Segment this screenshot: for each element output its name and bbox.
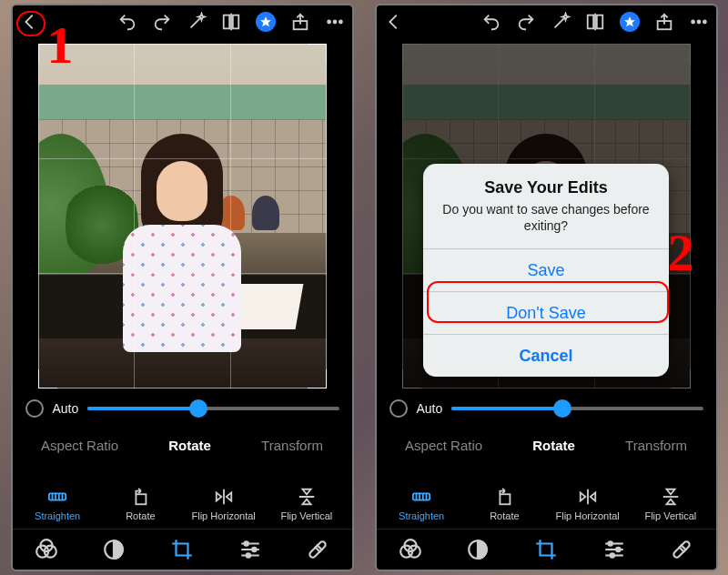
- back-icon[interactable]: [20, 12, 40, 32]
- crop-tool-icon[interactable]: [534, 538, 558, 561]
- tab-aspect-ratio[interactable]: Aspect Ratio: [405, 438, 482, 453]
- presets-icon[interactable]: [35, 538, 58, 561]
- photo-canvas[interactable]: [38, 44, 327, 388]
- tool-label: Straighten: [399, 510, 444, 521]
- svg-point-27: [244, 541, 248, 545]
- back-icon[interactable]: [384, 12, 404, 32]
- tool-straighten[interactable]: Straighten: [385, 487, 458, 521]
- auto-label[interactable]: Auto: [53, 401, 79, 416]
- svg-point-28: [252, 548, 256, 551]
- flip-horizontal-icon: [576, 487, 600, 507]
- svg-marker-15: [216, 492, 221, 500]
- svg-marker-48: [580, 492, 585, 500]
- magic-wand-icon[interactable]: [551, 12, 571, 32]
- share-icon[interactable]: [290, 12, 310, 32]
- auto-label[interactable]: Auto: [417, 401, 443, 416]
- adjust-icon[interactable]: [602, 538, 626, 561]
- tab-aspect-ratio[interactable]: Aspect Ratio: [41, 438, 118, 453]
- svg-rect-1: [232, 15, 238, 29]
- svg-point-38: [692, 21, 694, 24]
- svg-marker-18: [302, 489, 310, 495]
- crop-handle-tl[interactable]: [38, 44, 57, 63]
- cancel-button[interactable]: Cancel: [423, 334, 669, 377]
- tool-label: Flip Vertical: [280, 510, 332, 521]
- heal-icon[interactable]: [670, 538, 693, 561]
- bottom-toolbar: [13, 529, 352, 570]
- straighten-slider-row: Auto: [377, 392, 716, 429]
- svg-point-6: [333, 21, 336, 24]
- tab-rotate[interactable]: Rotate: [532, 438, 575, 453]
- svg-rect-0: [223, 15, 228, 29]
- svg-point-39: [697, 21, 700, 24]
- reset-icon[interactable]: [389, 399, 408, 418]
- save-button[interactable]: Save: [423, 248, 669, 291]
- save-edits-dialog: Save Your Edits Do you want to save chan…: [423, 164, 669, 377]
- heal-icon[interactable]: [306, 538, 329, 561]
- crop-handle-tr[interactable]: [308, 44, 327, 63]
- top-toolbar: [377, 5, 716, 38]
- tool-label: Flip Horizontal: [555, 510, 619, 521]
- svg-point-61: [616, 548, 620, 551]
- tool-row: Straighten Rotate Flip Horizontal Flip V…: [377, 461, 716, 529]
- tab-rotate[interactable]: Rotate: [168, 438, 211, 453]
- straighten-slider[interactable]: [451, 407, 703, 410]
- undo-icon[interactable]: [481, 12, 501, 32]
- svg-rect-46: [500, 494, 511, 504]
- tool-flip-vertical[interactable]: Flip Vertical: [634, 487, 707, 521]
- tool-label: Straighten: [35, 510, 80, 521]
- svg-rect-34: [596, 15, 602, 29]
- crop-tool-icon[interactable]: [170, 538, 194, 561]
- flip-vertical-icon: [659, 487, 682, 507]
- star-icon[interactable]: [620, 12, 640, 32]
- svg-marker-36: [624, 16, 635, 26]
- svg-point-40: [703, 21, 705, 24]
- straighten-slider-row: Auto: [13, 392, 352, 429]
- tool-rotate[interactable]: Rotate: [104, 487, 177, 521]
- tool-flip-horizontal[interactable]: Flip Horizontal: [187, 487, 260, 521]
- svg-rect-13: [136, 494, 147, 504]
- straighten-icon: [410, 487, 433, 507]
- contrast-icon[interactable]: [102, 538, 126, 561]
- crop-handle-br[interactable]: [308, 369, 327, 388]
- undo-icon[interactable]: [117, 12, 137, 32]
- tool-flip-horizontal[interactable]: Flip Horizontal: [551, 487, 624, 521]
- top-toolbar: [13, 5, 352, 38]
- svg-marker-52: [666, 499, 674, 505]
- flip-horizontal-icon: [212, 487, 236, 507]
- tool-row: Straighten Rotate Flip Horizontal Flip V…: [13, 461, 352, 529]
- redo-icon[interactable]: [516, 12, 536, 32]
- straighten-slider[interactable]: [87, 407, 339, 410]
- crop-handle-bl[interactable]: [38, 369, 57, 388]
- magic-wand-icon[interactable]: [187, 12, 207, 32]
- more-icon[interactable]: [325, 12, 345, 32]
- svg-marker-3: [260, 16, 271, 26]
- compare-icon[interactable]: [585, 12, 605, 32]
- svg-marker-16: [226, 492, 231, 500]
- svg-marker-49: [590, 492, 595, 500]
- star-icon[interactable]: [256, 12, 276, 32]
- svg-point-62: [610, 553, 613, 557]
- more-icon[interactable]: [689, 12, 709, 32]
- presets-icon[interactable]: [399, 538, 422, 561]
- contrast-icon[interactable]: [466, 538, 490, 561]
- tool-flip-vertical[interactable]: Flip Vertical: [270, 487, 343, 521]
- slider-thumb[interactable]: [553, 399, 571, 418]
- tool-straighten[interactable]: Straighten: [21, 487, 94, 521]
- straighten-icon: [46, 487, 69, 507]
- share-icon[interactable]: [654, 12, 674, 32]
- dialog-message: Do you want to save changes before exiti…: [423, 199, 669, 248]
- reset-icon[interactable]: [25, 399, 44, 418]
- dont-save-button[interactable]: Don't Save: [423, 291, 669, 334]
- compare-icon[interactable]: [221, 12, 241, 32]
- tool-label: Rotate: [126, 510, 155, 521]
- svg-marker-19: [302, 499, 310, 505]
- slider-thumb[interactable]: [189, 399, 207, 418]
- redo-icon[interactable]: [152, 12, 172, 32]
- tab-transform[interactable]: Transform: [625, 438, 687, 453]
- tab-transform[interactable]: Transform: [261, 438, 323, 453]
- tool-rotate[interactable]: Rotate: [468, 487, 541, 521]
- svg-point-7: [339, 21, 341, 24]
- adjust-icon[interactable]: [238, 538, 262, 561]
- geometry-tabs: Aspect Ratio Rotate Transform: [377, 429, 716, 461]
- phone-screen-step2: Auto Aspect Ratio Rotate Transform Strai…: [375, 4, 718, 571]
